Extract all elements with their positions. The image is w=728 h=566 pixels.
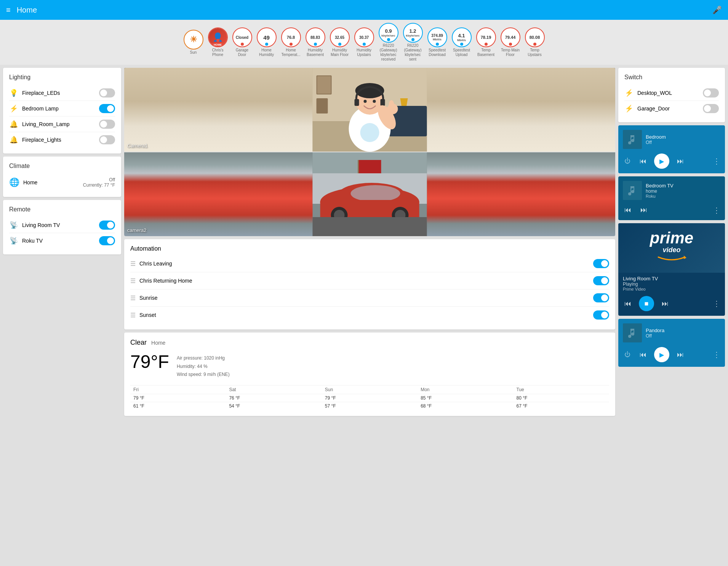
status-item-temp-base[interactable]: 76.8 HomeTemperat... — [280, 27, 302, 57]
climate-title: Climate — [9, 163, 115, 169]
chris-leaving-toggle[interactable] — [593, 259, 609, 268]
bedroom-lamp-label: Bedroom Lamp — [22, 106, 59, 112]
hamburger-icon[interactable]: ≡ — [6, 6, 11, 14]
status-item-r6220-ul[interactable]: 1.2 kbyte/sec R6220(Gateway)kbyte/secsen… — [402, 23, 424, 62]
climate-card: Climate 🌐 Home Off Currently: 77 °F — [3, 157, 121, 197]
svg-rect-23 — [358, 160, 381, 173]
bedroom-tv-info: Bedroom TV home Roku — [646, 183, 720, 198]
mic-icon[interactable]: 🎤 — [712, 5, 722, 14]
sunset-toggle[interactable] — [593, 310, 609, 320]
prime-text: prime — [650, 230, 693, 246]
chris-returning-toggle[interactable] — [593, 276, 609, 285]
bedroom-lamp-slider — [99, 104, 115, 113]
forecast-table: Fri Sat Sun Mon Tue 79 °F 76 °F 79 °F 85… — [130, 385, 609, 410]
sunrise-toggle[interactable] — [593, 293, 609, 302]
living-room-tv-slider — [99, 221, 115, 230]
antenna-icon-2: 📡 — [9, 237, 18, 245]
lighting-title: Lighting — [9, 74, 115, 81]
roku-tv-toggle[interactable] — [99, 236, 115, 245]
svg-point-10 — [360, 123, 379, 142]
bedroom-lamp-toggle[interactable] — [99, 104, 115, 113]
automation-card: Automation ☰ Chris Leaving ☰ Chris Retur… — [124, 239, 615, 329]
living-room-tv-toggle[interactable] — [99, 221, 115, 230]
fireplace-lights-label: Fireplace_Lights — [22, 137, 61, 143]
desktop-wol-toggle[interactable] — [703, 88, 719, 98]
prime-next-button[interactable]: ⏭ — [660, 298, 670, 309]
pandora-power-button[interactable]: ⏻ — [623, 350, 632, 360]
prime-more-button[interactable]: ⋮ — [713, 299, 720, 308]
status-item-garage[interactable]: Closed GarageDoor — [231, 27, 254, 57]
living-room-tv-source: Prime Video — [623, 287, 720, 291]
pandora-next-button[interactable]: ⏭ — [675, 349, 685, 360]
bedroom-tv-more-button[interactable]: ⋮ — [713, 206, 720, 215]
status-item-temp-basement[interactable]: 78.19 TempBasement — [475, 27, 498, 57]
bedroom-tv-prev-button[interactable]: ⏮ — [623, 205, 633, 216]
status-item-hum-base[interactable]: 88.83 HumidityBasement — [304, 27, 327, 57]
status-item-home-hum[interactable]: 49 HomeHumidity — [255, 27, 278, 57]
bedroom-tv-next-button[interactable]: ⏭ — [639, 205, 649, 216]
status-item-r6220-dl[interactable]: 0.9 kbyte/sec R6220(Gateway)kbyte/secrec… — [377, 23, 400, 62]
status-label-hum-base: HumidityBasement — [307, 48, 324, 57]
weather-main: 79°F Air pressure: 1020 inHg Humidity: 4… — [130, 351, 609, 379]
status-circle-hum-base: 88.83 — [306, 27, 325, 47]
list-item-living-room-lamp: 🔔 Living_Room_Lamp — [9, 117, 115, 132]
svg-marker-35 — [684, 256, 686, 259]
status-item-speed-dl[interactable]: 374.89 Mbit/s SpeedtestDownload — [426, 27, 449, 57]
climate-item-home[interactable]: 🌐 Home Off Currently: 77 °F — [9, 174, 115, 191]
camera-container: Camera1 — [124, 68, 615, 236]
bedroom-tv-status-label: home — [646, 189, 720, 194]
garage-door-toggle[interactable] — [703, 104, 719, 113]
status-item-temp-up[interactable]: 80.08 TempUpstairs — [523, 27, 546, 57]
living-room-lamp-toggle[interactable] — [99, 120, 115, 129]
svg-rect-5 — [317, 98, 328, 114]
pandora-info: Pandora Off — [646, 328, 720, 339]
status-circle-home-hum: 49 — [257, 27, 277, 47]
roku-tv-slider — [99, 236, 115, 245]
chris-returning-slider — [593, 276, 609, 285]
fireplace-leds-toggle[interactable] — [99, 88, 115, 98]
status-item-hum-up[interactable]: 30.37 HumidityUpstairs — [353, 27, 376, 57]
climate-home-label: Home — [23, 179, 37, 185]
pandora-prev-button[interactable]: ⏮ — [638, 349, 648, 360]
living-room-lamp-label: Living_Room_Lamp — [22, 121, 70, 127]
forecast-header-sun: Sun — [322, 385, 418, 394]
automation-item-chris-leaving: ☰ Chris Leaving — [130, 255, 609, 272]
bedroom-prev-button[interactable]: ⏮ — [638, 156, 648, 167]
switch-card: Switch ⚡ Desktop_WOL ⚡ Garage_Door — [618, 68, 725, 122]
living-room-tv-label: Living Room TV — [22, 222, 60, 228]
status-item-temp-main[interactable]: 79.44 Temp MainFloor — [499, 27, 522, 57]
list-item-living-room-tv: 📡 Living Room TV — [9, 217, 115, 233]
status-item-phone[interactable]: 👤 HOME Chris'sPhone — [206, 27, 229, 57]
bedroom-next-button[interactable]: ⏭ — [675, 156, 685, 167]
bedroom-tv-controls: ⏮ ⏭ ⋮ — [618, 201, 725, 220]
bedroom-more-button[interactable]: ⋮ — [713, 157, 720, 166]
camera1-svg — [124, 68, 615, 152]
pandora-media-card: Pandora Off ⏻ ⏮ ▶ ⏭ ⋮ — [618, 319, 725, 367]
switch-title: Switch — [624, 74, 719, 81]
prime-prev-button[interactable]: ⏮ — [623, 298, 633, 309]
status-circle-r6220-ul: 1.2 kbyte/sec — [403, 23, 423, 43]
pandora-play-button[interactable]: ▶ — [654, 347, 669, 362]
climate-status: Off — [83, 177, 115, 182]
fireplace-lights-toggle[interactable] — [99, 135, 115, 144]
status-label-hum-main: HumidityMain Floor — [331, 48, 349, 57]
forecast-high-fri: 79 °F — [130, 394, 226, 402]
bedroom-power-button[interactable]: ⏻ — [623, 156, 632, 166]
svg-rect-13 — [355, 99, 359, 106]
bedroom-play-button[interactable]: ▶ — [654, 153, 669, 169]
pandora-more-button[interactable]: ⋮ — [713, 350, 720, 359]
bulb-icon: 💡 — [9, 89, 18, 97]
header: ≡ Home 🎤 — [0, 0, 728, 20]
prime-visual: prime video — [618, 223, 725, 273]
bedroom-tv-room-label: Bedroom TV — [646, 183, 720, 189]
prime-stop-button[interactable]: ■ — [639, 296, 654, 311]
status-item-hum-main[interactable]: 32.65 HumidityMain Floor — [328, 27, 351, 57]
list-item-fireplace-lights: 🔔 Fireplace_Lights — [9, 132, 115, 147]
status-label-hum-up: HumidityUpstairs — [357, 48, 371, 57]
desktop-wol-slider — [703, 88, 719, 98]
air-pressure: Air pressure: 1020 inHg — [177, 354, 230, 363]
status-item-sun[interactable]: ☀ Sun — [182, 30, 205, 55]
status-item-speed-ul[interactable]: 4.1 Mbit/s SpeedtestUpload — [450, 27, 473, 57]
weather-card: Clear Home 79°F Air pressure: 1020 inHg … — [124, 333, 615, 416]
home-badge: HOME — [209, 43, 227, 46]
